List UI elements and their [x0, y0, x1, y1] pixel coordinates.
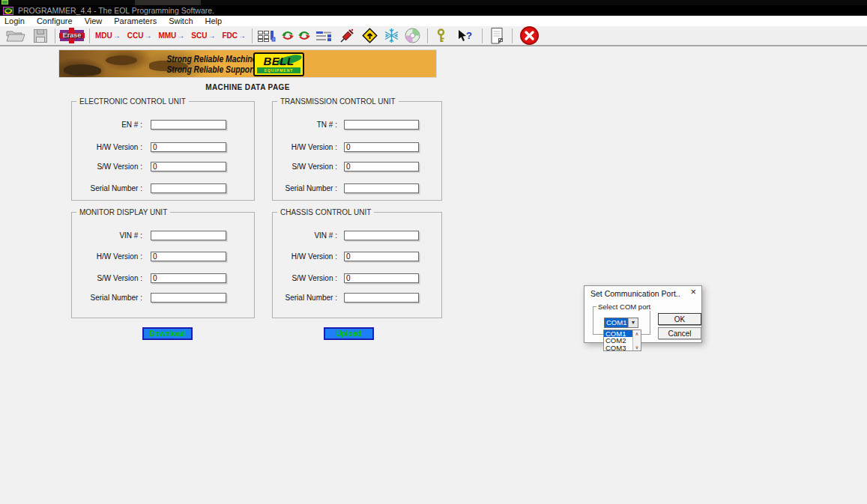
field-label: Serial Number : — [276, 184, 337, 192]
open-file-button[interactable] — [6, 28, 25, 43]
menu-bar: Login Configure View Parameters Switch H… — [0, 16, 867, 26]
field-label: Serial Number : — [78, 184, 142, 192]
right-arrow-icon: → — [113, 31, 121, 40]
connect-arrows-icon — [297, 29, 311, 42]
mdu-nav-button[interactable]: MDU→ — [95, 31, 121, 40]
ccu-nav-button[interactable]: CCU→ — [127, 31, 152, 40]
svg-text:?: ? — [466, 30, 472, 41]
report-document-button[interactable] — [489, 27, 505, 44]
field-label: Serial Number : — [78, 294, 142, 302]
upload-warning-button[interactable] — [361, 27, 378, 44]
menu-item-switch[interactable]: Switch — [163, 16, 199, 25]
access-key-button[interactable] — [436, 28, 446, 43]
menu-item-login[interactable]: Login — [0, 16, 31, 25]
field-label: TN # : — [276, 121, 337, 129]
page-title: MACHINE DATA PAGE — [58, 83, 437, 91]
upload-button[interactable]: Upload — [324, 327, 374, 340]
menu-item-help[interactable]: Help — [199, 16, 229, 25]
right-arrow-icon: → — [208, 31, 215, 40]
dropdown-scrollbar[interactable]: ∧ ∨ — [632, 330, 641, 350]
tcu-sw-version-input[interactable] — [344, 162, 419, 171]
dialog-title: Set Communication Port.. — [590, 289, 680, 298]
mdu-hw-version-input[interactable] — [151, 252, 226, 261]
calibration-button[interactable] — [339, 28, 355, 44]
ccu-vin-input[interactable] — [344, 231, 419, 240]
scu-nav-button[interactable]: SCU→ — [191, 31, 215, 40]
ecu-serial-number-input[interactable] — [151, 183, 226, 193]
mdu-serial-number-input[interactable] — [151, 293, 226, 303]
menu-item-view[interactable]: View — [79, 16, 109, 25]
connect-arrows-icon — [281, 29, 294, 42]
fdc-nav-button[interactable]: FDC→ — [222, 31, 246, 40]
field-label: VIN # : — [78, 231, 142, 240]
snowflake-icon — [383, 27, 400, 44]
cancel-button[interactable]: Cancel — [658, 327, 701, 339]
connect-button[interactable] — [281, 29, 294, 42]
exit-button[interactable] — [519, 25, 540, 46]
tcu-hw-version-input[interactable] — [344, 142, 419, 152]
software-cd-button[interactable] — [405, 28, 420, 43]
parameter-list-icon — [315, 30, 333, 42]
parameter-list-button[interactable] — [315, 30, 333, 42]
background-app-icon — [1, 0, 8, 4]
background-window-fragment — [135, 0, 201, 5]
scroll-up-icon[interactable]: ∧ — [633, 330, 641, 337]
mmu-nav-button[interactable]: MMU→ — [158, 31, 184, 40]
cd-icon — [405, 28, 420, 43]
save-button[interactable] — [33, 28, 48, 43]
disconnect-button[interactable] — [297, 29, 311, 42]
field-label: H/W Version : — [276, 143, 337, 151]
ccu-hw-version-input[interactable] — [344, 252, 419, 261]
mdu-sw-version-input[interactable] — [151, 273, 226, 283]
data-table-button[interactable] — [257, 29, 277, 43]
right-arrow-icon: → — [238, 31, 246, 40]
combobox-value: COM1 — [605, 318, 628, 327]
toolbar: Erase MDU→ CCU→ MMU→ SCU→ FDC→ — [0, 26, 867, 46]
document-icon — [489, 27, 505, 44]
bell-logo-subtext: EQUIPMENT — [257, 67, 300, 73]
field-label: H/W Version : — [78, 143, 142, 151]
ecu-hw-version-input[interactable] — [151, 142, 226, 152]
warning-diamond-arrow-icon — [361, 27, 378, 44]
toolbar-separator — [89, 28, 90, 43]
tcu-serial-number-input[interactable] — [344, 183, 419, 193]
ok-button[interactable]: OK — [658, 313, 701, 325]
erase-button[interactable]: Erase — [60, 30, 84, 41]
background-window-strip — [0, 0, 867, 5]
tcu-tn-input[interactable] — [344, 120, 419, 130]
menu-item-parameters[interactable]: Parameters — [108, 16, 163, 25]
ccu-serial-number-input[interactable] — [344, 293, 419, 303]
bell-logo-text: BELL — [255, 55, 303, 67]
brand-banner: Strong Reliable Machines Strong Reliable… — [58, 49, 437, 78]
group-title: ELECTRONIC CONTROL UNIT — [76, 97, 189, 106]
toolbar-separator — [55, 28, 55, 43]
chevron-down-icon: ▼ — [631, 320, 636, 325]
com-port-option-com3[interactable]: COM3 — [604, 344, 632, 351]
banner-tagline: Strong Reliable Machines Strong Reliable… — [166, 54, 252, 75]
context-help-button[interactable]: ? — [456, 29, 473, 43]
com-port-combobox[interactable]: COM1 ▼ — [604, 318, 638, 328]
group-title: TRANSMISSION CONTROL UNIT — [277, 97, 399, 106]
scroll-down-icon[interactable]: ∨ — [633, 344, 641, 350]
title-bar: PROGRAMMER_4.4 - The EOL Programming Sof… — [0, 5, 867, 16]
combo-dropdown-button[interactable]: ▼ — [628, 318, 638, 327]
download-button[interactable]: Download — [142, 327, 193, 340]
group-title: CHASSIS CONTROL UNIT — [277, 208, 374, 216]
window-title: PROGRAMMER_4.4 - The EOL Programming Sof… — [18, 6, 214, 15]
close-icon[interactable]: × — [690, 287, 696, 297]
ecu-sw-version-input[interactable] — [151, 162, 226, 171]
group-title: MONITOR DISPLAY UNIT — [76, 208, 170, 216]
field-label: S/W Version : — [276, 163, 337, 171]
group-title: Select COM port — [596, 303, 652, 311]
mdu-vin-input[interactable] — [151, 231, 226, 240]
field-label: S/W Version : — [276, 274, 337, 282]
ccu-sw-version-input[interactable] — [344, 273, 419, 283]
toolbar-separator — [427, 28, 428, 43]
ecu-en-input[interactable] — [151, 120, 226, 130]
menu-item-configure[interactable]: Configure — [31, 16, 79, 25]
app-window: PROGRAMMER_4.4 - The EOL Programming Sof… — [0, 0, 867, 504]
field-label: H/W Version : — [78, 252, 142, 261]
close-x-icon — [519, 25, 540, 46]
cooling-button[interactable] — [383, 27, 400, 44]
table-grid-icon — [257, 29, 277, 43]
